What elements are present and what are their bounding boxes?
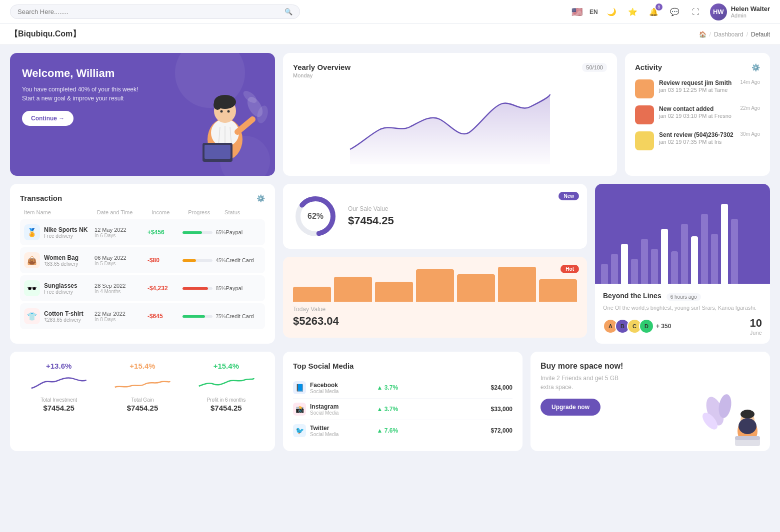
list-item: 🐦 Twitter Social Media ▲ 7.6% $72,000 xyxy=(293,420,512,441)
brand-name: 【Biqubiqu.Com】 xyxy=(10,29,80,39)
beyond-bar xyxy=(611,254,618,284)
trans-income-2: -$4,232 xyxy=(148,285,183,292)
topnav: 🔍 🇺🇸 EN 🌙 ⭐ 🔔 8 💬 ⛶ HW Helen Walter Admi… xyxy=(0,0,780,24)
activity-detail-0: jan 03 19 12:25 PM at Tame xyxy=(659,87,736,93)
activity-name-0: Review request jim Smith xyxy=(659,79,736,86)
yearly-subtitle: Monday xyxy=(293,72,350,78)
breadcrumb: 🏠 / Dashboard / Default xyxy=(699,31,770,38)
trans-name-3: Cotton T-shirt xyxy=(44,310,84,317)
col-status: Status xyxy=(224,209,261,215)
social-info-0: Facebook Social Media xyxy=(310,382,373,394)
welcome-subtitle: You have completed 40% of your this week… xyxy=(22,85,142,103)
trans-income-1: -$80 xyxy=(148,257,183,264)
svg-point-21 xyxy=(740,410,754,419)
trans-status-1: Credit Card xyxy=(226,257,261,263)
social-icon-0: 📘 xyxy=(293,381,306,394)
beyond-plus-count: + 350 xyxy=(656,323,671,330)
lang-label[interactable]: EN xyxy=(590,8,598,15)
beyond-chart xyxy=(595,184,770,284)
sparkline-0 xyxy=(20,373,98,393)
welcome-card: Welcome, William You have completed 40% … xyxy=(10,53,275,176)
social-name-2: Twitter xyxy=(310,425,373,432)
mini-stats-card: +13.6% Total Investment $7454.25 +15.4% … xyxy=(10,352,275,451)
mini-bar xyxy=(457,274,495,302)
activity-item: Sent review (504)236-7302 jan 02 19 07:3… xyxy=(635,131,760,150)
stat-item: +13.6% Total Investment $7454.25 xyxy=(20,362,98,441)
buy-title: Buy more space now! xyxy=(540,362,760,371)
beyond-title: Beyond the Lines xyxy=(603,292,662,300)
user-name: Helen Walter xyxy=(731,5,770,12)
table-row: 👕 Cotton T-shirt ₹283.65 delivery 22 Mar… xyxy=(20,303,265,329)
welcome-illustration xyxy=(175,53,275,176)
beyond-bar xyxy=(681,224,688,284)
stat-label-0: Total Investment xyxy=(40,397,77,403)
beyond-info: Beyond the Lines 6 hours ago One Of the … xyxy=(595,284,770,344)
beyond-bar xyxy=(651,249,658,284)
col-progress: Progress xyxy=(188,209,224,215)
user-info[interactable]: HW Helen Walter Admin xyxy=(710,3,770,20)
transaction-card: Transaction ⚙️ Item Name Date and Time I… xyxy=(10,184,275,344)
flag-icon: 🇺🇸 xyxy=(572,6,582,17)
stat-item: +15.4% Total Gain $7454.25 xyxy=(104,362,181,441)
donut-label: 62% xyxy=(308,212,324,221)
activity-name-2: Sent review (504)236-7302 xyxy=(659,131,736,138)
col-income: Income xyxy=(152,209,188,215)
activity-body-0: Review request jim Smith jan 03 19 12:25… xyxy=(659,79,736,93)
today-value-card: Hot Today Value $5263.04 xyxy=(283,257,587,338)
buy-space-card: Buy more space now! Invite 2 Friends and… xyxy=(530,352,770,451)
social-name-1: Instagram xyxy=(310,403,373,410)
breadcrumb-home-icon[interactable]: 🏠 xyxy=(699,31,706,38)
beyond-bar xyxy=(601,264,608,284)
row2: Transaction ⚙️ Item Name Date and Time I… xyxy=(0,184,780,352)
search-bar[interactable]: 🔍 xyxy=(10,4,300,19)
activity-detail-1: jan 02 19 03:10 PM at Fresno xyxy=(659,113,736,119)
svg-point-8 xyxy=(220,110,223,113)
continue-button[interactable]: Continue → xyxy=(22,111,74,126)
trans-icon-0: 🏅 xyxy=(24,224,40,240)
beyond-bar xyxy=(691,236,698,284)
activity-time-0: 14m Ago xyxy=(740,79,760,85)
stat-item: +15.4% Profit in 6 months $7454.25 xyxy=(188,362,265,441)
notification-btn[interactable]: 🔔 8 xyxy=(647,5,661,19)
chat-btn[interactable]: 💬 xyxy=(668,5,682,19)
trans-delivery-0: Free delivery xyxy=(44,233,88,239)
beyond-subtitle: One Of the world,s brightest, young surf… xyxy=(603,305,762,311)
trans-progress-1: 45% xyxy=(182,258,226,263)
social-info-1: Instagram Social Media xyxy=(310,403,373,416)
activity-detail-2: jan 02 19 07:35 PM at Iris xyxy=(659,139,736,145)
dark-mode-btn[interactable]: 🌙 xyxy=(605,5,619,19)
search-input[interactable] xyxy=(18,8,280,15)
beyond-bar xyxy=(661,229,668,284)
upgrade-button[interactable]: Upgrade now xyxy=(540,399,600,416)
trans-date-3: 22 Mar 2022 In 8 Days xyxy=(94,311,148,322)
stat-pct-0: +13.6% xyxy=(46,362,72,370)
social-rows: 📘 Facebook Social Media ▲ 3.7% $24,000 📸… xyxy=(293,377,512,441)
search-icon: 🔍 xyxy=(284,8,292,15)
svg-rect-26 xyxy=(735,436,760,440)
buy-illustration xyxy=(700,381,770,451)
social-amount-2: $72,000 xyxy=(478,427,512,434)
beyond-bar xyxy=(731,219,738,284)
donut-chart: 62% xyxy=(293,194,338,239)
beyond-bar xyxy=(701,214,708,284)
stat-pct-2: +15.4% xyxy=(214,362,239,370)
trans-delivery-3: ₹283.65 delivery xyxy=(44,317,84,323)
stat-label-1: Total Gain xyxy=(131,397,154,403)
activity-settings-icon[interactable]: ⚙️ xyxy=(752,63,760,71)
trans-name-1: Women Bag xyxy=(44,254,78,261)
star-btn[interactable]: ⭐ xyxy=(626,5,640,19)
trans-progress-0: 65% xyxy=(182,230,226,235)
mini-bar xyxy=(334,277,372,302)
trans-name-0: Nike Sports NK xyxy=(44,226,88,233)
social-info-2: Twitter Social Media xyxy=(310,425,373,437)
breadcrumb-default: Default xyxy=(751,31,770,38)
fullscreen-btn[interactable]: ⛶ xyxy=(689,5,703,19)
activity-body-1: New contact added jan 02 19 03:10 PM at … xyxy=(659,105,736,119)
trans-income-0: +$456 xyxy=(148,229,183,236)
breadcrumb-dashboard[interactable]: Dashboard xyxy=(714,31,744,38)
trans-progress-2: 85% xyxy=(182,286,226,291)
social-type-0: Social Media xyxy=(310,389,373,394)
col-item-name: Item Name xyxy=(24,209,97,215)
trans-date-0: 12 May 2022 In 6 Days xyxy=(94,227,148,238)
transaction-settings-icon[interactable]: ⚙️ xyxy=(256,194,265,202)
